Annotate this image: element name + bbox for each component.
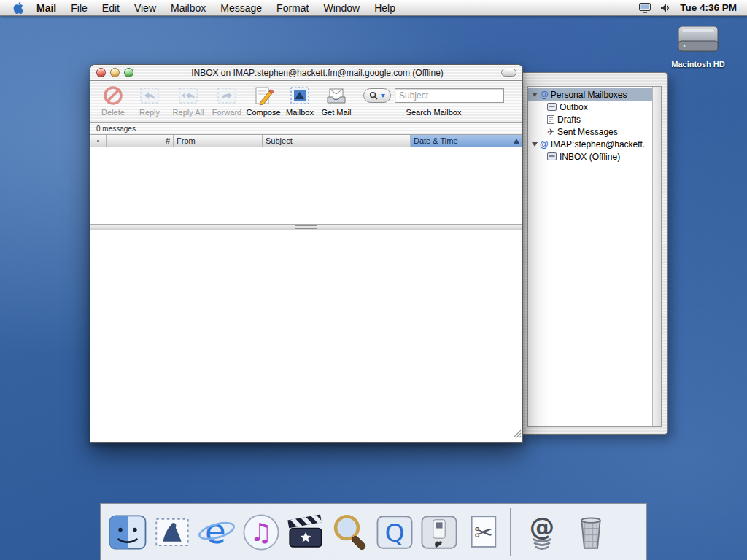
column-subject[interactable]: Subject xyxy=(263,135,411,147)
dock-at-spring[interactable]: @ xyxy=(519,509,564,556)
search-scope-button[interactable] xyxy=(363,88,391,103)
window-toolbar: Delete Reply xyxy=(90,81,522,122)
account-at-icon: @ xyxy=(540,90,549,100)
dock-finder[interactable] xyxy=(105,509,150,556)
compose-button[interactable]: Compose xyxy=(247,84,280,117)
apple-menu[interactable] xyxy=(6,1,29,14)
menu-mailbox[interactable]: Mailbox xyxy=(163,0,213,16)
mailbox-outbox[interactable]: Outbox xyxy=(528,101,652,113)
volume-menu-icon[interactable] xyxy=(660,3,671,13)
dock-quicktime[interactable]: Q xyxy=(372,509,417,556)
get-mail-button[interactable]: Get Mail xyxy=(320,84,353,117)
message-list[interactable] xyxy=(90,147,522,224)
dock-scissors-document[interactable]: ✂ xyxy=(461,509,506,556)
reply-button[interactable]: Reply xyxy=(133,84,166,117)
search-label: Search Mailbox xyxy=(406,108,462,117)
mailbox-group-personal[interactable]: @ Personal Mailboxes xyxy=(528,88,652,101)
desktop[interactable]: Mail File Edit View Mailbox Message Form… xyxy=(0,0,747,560)
reply-all-button[interactable]: Reply All xyxy=(169,84,207,117)
search-icon xyxy=(369,91,378,100)
finder-icon xyxy=(107,511,149,553)
account-at-icon: @ xyxy=(540,139,549,149)
svg-text:✂: ✂ xyxy=(474,518,493,545)
svg-text:@: @ xyxy=(529,511,554,540)
message-count: 0 messages xyxy=(96,125,136,133)
compose-icon xyxy=(252,84,274,107)
itunes-icon: ♫ xyxy=(240,511,282,553)
mailbox-sent-messages[interactable]: ✈ Sent Messages xyxy=(528,125,652,138)
delete-button[interactable]: Delete xyxy=(96,84,130,117)
menu-window[interactable]: Window xyxy=(316,0,367,16)
dock-imovie[interactable] xyxy=(283,509,328,556)
displays-menu-icon[interactable] xyxy=(638,2,651,14)
forward-button[interactable]: Forward xyxy=(210,84,244,117)
menu-help[interactable]: Help xyxy=(367,0,403,16)
menu-clock[interactable]: Tue 4:36 PM xyxy=(680,2,737,13)
mailbox-button[interactable]: Mailbox xyxy=(283,84,317,117)
mailbox-drawer: @ Personal Mailboxes Outbox Drafts ✈ xyxy=(518,72,668,435)
reply-all-icon xyxy=(177,84,199,107)
column-date-time[interactable]: Date & Time xyxy=(411,135,522,147)
apple-logo-icon xyxy=(13,1,23,14)
delete-icon xyxy=(102,84,124,107)
mail-stamp-icon xyxy=(151,511,193,553)
outbox-tray-icon xyxy=(547,103,557,111)
dock: e ♫ xyxy=(100,503,647,560)
column-status[interactable]: • xyxy=(90,135,107,147)
column-from[interactable]: From xyxy=(174,135,263,147)
message-count-bar: 0 messages xyxy=(90,122,522,135)
disclosure-triangle-icon[interactable] xyxy=(532,142,538,147)
menu-edit[interactable]: Edit xyxy=(95,0,127,16)
dock-system-preferences[interactable] xyxy=(417,509,461,556)
forward-icon xyxy=(216,84,238,107)
dock-trash[interactable] xyxy=(568,509,613,556)
drawer-scrollbar[interactable] xyxy=(652,87,661,426)
mailbox-stamp-icon xyxy=(289,84,311,107)
sherlock-icon xyxy=(329,511,371,553)
menu-format[interactable]: Format xyxy=(269,0,316,16)
minimize-button[interactable] xyxy=(110,68,120,77)
quicktime-icon: Q xyxy=(374,511,416,553)
scissors-document-icon: ✂ xyxy=(462,511,505,553)
desktop-icon-macintosh-hd[interactable]: Macintosh HD xyxy=(665,20,731,69)
internet-explorer-icon: e xyxy=(196,511,238,553)
at-spring-icon: @ xyxy=(521,511,563,553)
menu-mail[interactable]: Mail xyxy=(29,0,63,16)
menu-bar: Mail File Edit View Mailbox Message Form… xyxy=(0,0,747,16)
message-preview-pane[interactable] xyxy=(90,230,522,442)
column-number[interactable]: # xyxy=(107,135,174,147)
dock-itunes[interactable]: ♫ xyxy=(239,509,283,556)
system-preferences-icon xyxy=(418,511,460,553)
mailbox-group-imap[interactable]: @ IMAP:stephen@hackett. xyxy=(528,138,652,150)
mailbox-inbox-offline[interactable]: INBOX (Offline) xyxy=(528,150,652,163)
window-title: INBOX on IMAP:stephen@hackett.fm@mail.go… xyxy=(138,68,497,78)
search-mailbox-group: Search Mailbox xyxy=(363,84,504,117)
menu-view[interactable]: View xyxy=(127,0,163,16)
reply-icon xyxy=(139,84,160,107)
dock-mail[interactable] xyxy=(150,509,194,556)
sort-ascending-icon xyxy=(514,139,519,144)
zoom-button[interactable] xyxy=(124,68,133,77)
dock-internet-explorer[interactable]: e xyxy=(194,509,239,556)
svg-text:Q: Q xyxy=(384,518,404,547)
menu-message[interactable]: Message xyxy=(213,0,269,16)
disclosure-triangle-icon[interactable] xyxy=(532,93,538,97)
close-button[interactable] xyxy=(96,68,106,77)
get-mail-icon xyxy=(325,84,347,107)
hard-drive-icon xyxy=(675,20,721,58)
dock-sherlock[interactable] xyxy=(328,509,372,556)
menu-file[interactable]: File xyxy=(63,0,95,16)
sent-plane-icon: ✈ xyxy=(547,127,554,137)
trash-icon xyxy=(570,511,612,553)
column-headers: • # From Subject Date & Time xyxy=(90,135,522,147)
mailbox-drafts[interactable]: Drafts xyxy=(528,113,652,125)
drafts-page-icon xyxy=(547,115,554,124)
window-titlebar[interactable]: INBOX on IMAP:stephen@hackett.fm@mail.go… xyxy=(90,65,522,81)
toolbar-toggle-button[interactable] xyxy=(501,69,516,77)
search-input[interactable] xyxy=(395,88,504,103)
pane-splitter[interactable] xyxy=(90,224,522,230)
svg-text:e: e xyxy=(204,511,225,551)
window-resize-grip[interactable] xyxy=(512,428,522,441)
inbox-tray-icon xyxy=(547,152,557,160)
splitter-grip-icon xyxy=(295,225,317,229)
